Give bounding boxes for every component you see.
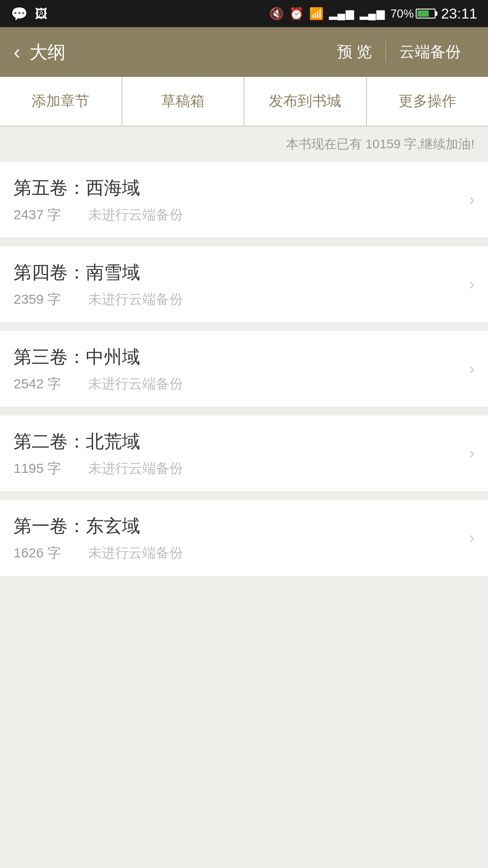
chapter-item[interactable]: 第四卷：南雪域 2359 字 未进行云端备份 › xyxy=(0,246,488,323)
chapter-content: 第二卷：北荒域 1195 字 未进行云端备份 xyxy=(14,429,460,478)
publish-button[interactable]: 发布到书城 xyxy=(244,77,367,126)
header: ‹ 大纲 预 览 云端备份 xyxy=(0,27,488,77)
battery-percent: 70% xyxy=(390,7,414,21)
draft-box-button[interactable]: 草稿箱 xyxy=(122,77,245,126)
chapter-wordcount: 1626 字 xyxy=(14,544,61,562)
chapter-divider xyxy=(0,324,488,331)
chapter-item[interactable]: 第五卷：西海域 2437 字 未进行云端备份 › xyxy=(0,162,488,238)
chapter-wordcount: 2542 字 xyxy=(14,375,61,393)
chapter-meta: 2359 字 未进行云端备份 xyxy=(14,290,460,309)
info-bar: 本书现在已有 10159 字,继续加油! xyxy=(0,127,488,162)
status-left: 💬 🖼 xyxy=(11,6,47,22)
signal2-icon: ▂▄▆ xyxy=(360,7,385,20)
chapter-item[interactable]: 第二卷：北荒域 1195 字 未进行云端备份 › xyxy=(0,415,488,492)
chapter-backup-status: 未进行云端备份 xyxy=(88,459,183,478)
alarm-icon: ⏰ xyxy=(289,7,304,21)
more-actions-button[interactable]: 更多操作 xyxy=(367,77,488,126)
chevron-right-icon: › xyxy=(469,275,474,294)
chevron-right-icon: › xyxy=(469,444,474,463)
mute-icon: 🔇 xyxy=(269,7,284,21)
battery-box xyxy=(416,9,436,19)
chapter-title: 第二卷：北荒域 xyxy=(14,429,460,454)
cloud-backup-button[interactable]: 云端备份 xyxy=(385,42,474,62)
chapter-title: 第五卷：西海域 xyxy=(14,175,460,200)
battery-indicator: 70% xyxy=(390,7,436,21)
chevron-right-icon: › xyxy=(469,359,474,378)
chapter-title: 第四卷：南雪域 xyxy=(14,260,460,285)
chapter-title: 第三卷：中州域 xyxy=(14,344,460,369)
chapter-wordcount: 1195 字 xyxy=(14,459,61,478)
add-chapter-button[interactable]: 添加章节 xyxy=(0,77,122,126)
back-button[interactable]: ‹ xyxy=(14,41,20,63)
status-time: 23:11 xyxy=(441,5,477,22)
chapter-item[interactable]: 第三卷：中州域 2542 字 未进行云端备份 › xyxy=(0,331,488,407)
chapter-content: 第四卷：南雪域 2359 字 未进行云端备份 xyxy=(14,260,460,309)
chapter-meta: 2542 字 未进行云端备份 xyxy=(14,375,460,393)
chapter-wordcount: 2437 字 xyxy=(14,206,61,224)
chapter-divider xyxy=(0,239,488,246)
chapter-meta: 1195 字 未进行云端备份 xyxy=(14,459,460,478)
image-icon: 🖼 xyxy=(35,6,47,21)
chapter-meta: 1626 字 未进行云端备份 xyxy=(14,544,460,562)
chapter-wordcount: 2359 字 xyxy=(14,290,61,309)
chevron-right-icon: › xyxy=(469,190,474,209)
wifi-icon: 📶 xyxy=(309,7,324,21)
chapter-content: 第三卷：中州域 2542 字 未进行云端备份 xyxy=(14,344,460,393)
status-right: 🔇 ⏰ 📶 ▂▄▆ ▂▄▆ 70% 23:11 xyxy=(269,5,477,22)
chapter-divider xyxy=(0,408,488,415)
chapter-list: 第五卷：西海域 2437 字 未进行云端备份 › 第四卷：南雪域 2359 字 … xyxy=(0,162,488,576)
wechat-icon: 💬 xyxy=(11,6,28,22)
chapter-backup-status: 未进行云端备份 xyxy=(88,375,183,393)
word-count-info: 本书现在已有 10159 字,继续加油! xyxy=(286,137,474,151)
chapter-backup-status: 未进行云端备份 xyxy=(88,290,183,309)
page-title: 大纲 xyxy=(29,40,324,65)
toolbar: 添加章节 草稿箱 发布到书城 更多操作 xyxy=(0,77,488,127)
chapter-backup-status: 未进行云端备份 xyxy=(88,544,183,562)
preview-button[interactable]: 预 览 xyxy=(324,42,385,62)
back-icon: ‹ xyxy=(14,41,20,63)
chapter-meta: 2437 字 未进行云端备份 xyxy=(14,206,460,224)
chevron-right-icon: › xyxy=(469,528,474,547)
chapter-title: 第一卷：东玄域 xyxy=(14,514,460,538)
chapter-content: 第一卷：东玄域 1626 字 未进行云端备份 xyxy=(14,514,460,562)
chapter-backup-status: 未进行云端备份 xyxy=(88,206,183,224)
chapter-item[interactable]: 第一卷：东玄域 1626 字 未进行云端备份 › xyxy=(0,500,488,576)
signal1-icon: ▂▄▆ xyxy=(329,7,354,20)
chapter-divider xyxy=(0,493,488,500)
header-actions: 预 览 云端备份 xyxy=(324,42,474,62)
chapter-content: 第五卷：西海域 2437 字 未进行云端备份 xyxy=(14,175,460,224)
status-bar: 💬 🖼 🔇 ⏰ 📶 ▂▄▆ ▂▄▆ 70% 23:11 xyxy=(0,0,488,27)
battery-fill xyxy=(418,10,429,17)
